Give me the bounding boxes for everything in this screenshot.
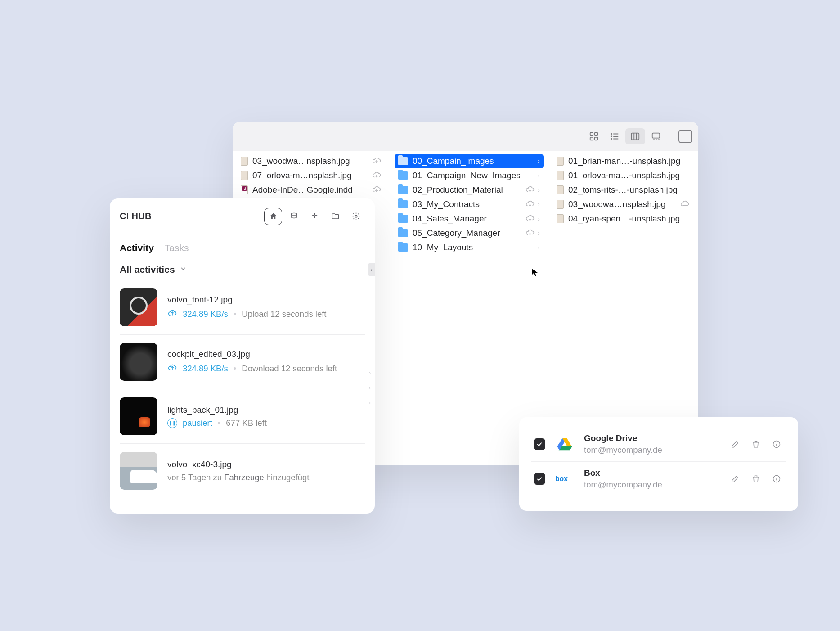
trash-icon[interactable] bbox=[749, 472, 763, 486]
file-thumb-icon bbox=[557, 200, 564, 209]
activity-filename: volvo_font-12.jpg bbox=[167, 295, 327, 305]
activity-list: volvo_font-12.jpg324.89 KB/s•Upload 12 s… bbox=[110, 278, 375, 498]
activity-item[interactable]: volvo_font-12.jpg324.89 KB/s•Upload 12 s… bbox=[120, 280, 365, 335]
view-mode-group bbox=[583, 127, 667, 145]
folder-icon-button[interactable] bbox=[326, 208, 344, 225]
view-gallery-icon[interactable] bbox=[646, 128, 666, 144]
chevron-right-icon[interactable]: › bbox=[369, 370, 371, 376]
folder-row[interactable]: 00_Campain_Images› bbox=[395, 154, 544, 168]
finder-toolbar bbox=[233, 122, 698, 151]
file-thumb-icon bbox=[241, 171, 248, 180]
info-icon[interactable] bbox=[769, 437, 784, 451]
connection-checkbox[interactable] bbox=[534, 473, 545, 485]
file-row[interactable]: 03_woodwa…nsplash.jpg bbox=[553, 197, 693, 212]
file-row[interactable]: 04_ryan-spen…-unsplash.jpg bbox=[553, 212, 693, 226]
folder-row[interactable]: 02_Production_Material› bbox=[395, 183, 544, 197]
folder-row[interactable]: 03_My_Contracts› bbox=[395, 197, 544, 212]
row-label: 01_brian-man…-unsplash.jpg bbox=[568, 156, 685, 166]
tab-tasks[interactable]: Tasks bbox=[165, 243, 189, 253]
svg-point-6 bbox=[611, 136, 612, 137]
tab-activity[interactable]: Activity bbox=[120, 243, 154, 253]
chevron-right-icon: › bbox=[538, 244, 540, 251]
edit-icon[interactable] bbox=[728, 472, 742, 486]
home-button[interactable] bbox=[264, 208, 282, 225]
file-row[interactable]: 03_woodwa…nsplash.jpg bbox=[237, 154, 385, 168]
mouse-cursor-icon bbox=[531, 268, 539, 277]
folder-icon bbox=[398, 200, 408, 208]
view-list-icon[interactable] bbox=[605, 128, 624, 144]
connections-card: Google Drivetom@mycompany.deboxBoxtom@my… bbox=[519, 417, 798, 511]
activity-item[interactable]: cockpit_edited_03.jpg324.89 KB/s•Downloa… bbox=[120, 335, 365, 389]
row-label: 03_woodwa…nsplash.jpg bbox=[568, 199, 675, 209]
row-label: 07_orlova-m…nsplash.jpg bbox=[252, 171, 367, 180]
service-email: tom@mycompany.de bbox=[584, 480, 718, 490]
svg-point-4 bbox=[611, 133, 612, 134]
chevron-right-icon: › bbox=[538, 201, 540, 208]
file-thumb-icon bbox=[557, 214, 564, 223]
cloud-download-icon bbox=[525, 198, 535, 211]
folder-row[interactable]: 10_My_Layouts› bbox=[395, 240, 544, 255]
row-label: Adobe-InDe…Google.indd bbox=[252, 185, 367, 195]
pause-icon[interactable]: ❚❚ bbox=[167, 418, 177, 428]
chevron-right-icon[interactable]: › bbox=[369, 399, 371, 406]
row-label: 05_Category_Manager bbox=[413, 228, 521, 238]
cihub-tabs: Activity Tasks bbox=[110, 234, 375, 260]
file-thumb-icon bbox=[557, 157, 564, 166]
row-label: 01_orlova-ma…-unsplash.jpg bbox=[568, 171, 685, 180]
file-row[interactable]: 02_toms-rits-…-unsplash.jpg bbox=[553, 183, 693, 197]
cloud-upload-icon bbox=[167, 362, 177, 374]
filter-label: All activities bbox=[120, 264, 175, 275]
info-icon[interactable] bbox=[769, 472, 784, 486]
file-thumb-icon bbox=[557, 185, 564, 194]
toolbar-square-button[interactable] bbox=[678, 130, 692, 143]
cihub-title: CI HUB bbox=[120, 211, 152, 221]
transfer-status: Download 12 seconds left bbox=[242, 364, 337, 374]
svg-rect-3 bbox=[595, 137, 597, 140]
folder-row[interactable]: 04_Sales_Manager› bbox=[395, 212, 544, 226]
gear-icon-button[interactable] bbox=[347, 208, 365, 225]
cloud-download-icon bbox=[372, 184, 382, 196]
transfer-rate: 324.89 KB/s bbox=[183, 364, 228, 374]
folder-row[interactable]: 05_Category_Manager› bbox=[395, 226, 544, 240]
edit-icon[interactable] bbox=[728, 437, 742, 451]
chevron-right-icon[interactable]: › bbox=[369, 384, 371, 391]
cloud-icon bbox=[680, 198, 690, 211]
chevron-right-icon: › bbox=[538, 230, 540, 237]
svg-point-17 bbox=[291, 213, 297, 215]
activity-ago: vor 5 Tagen zu Fahrzeuge hinzugefügt bbox=[167, 473, 309, 482]
chevron-down-icon bbox=[180, 265, 187, 274]
view-columns-icon[interactable] bbox=[625, 128, 645, 144]
svg-text:box: box bbox=[555, 475, 568, 482]
folder-icon bbox=[398, 243, 408, 252]
sparkle-icon[interactable] bbox=[305, 208, 323, 225]
file-row[interactable]: 07_orlova-m…nsplash.jpg bbox=[237, 168, 385, 183]
activity-item[interactable]: volvo_xc40-3.jpgvor 5 Tagen zu Fahrzeuge… bbox=[120, 444, 365, 498]
cloud-upload-icon bbox=[167, 308, 177, 320]
row-label: 03_My_Contracts bbox=[413, 199, 521, 209]
file-row[interactable]: 01_brian-man…-unsplash.jpg bbox=[553, 154, 693, 168]
activity-filename: cockpit_edited_03.jpg bbox=[167, 349, 337, 359]
folder-row[interactable]: 01_Campaign_New_Images› bbox=[395, 168, 544, 183]
cloud-download-icon bbox=[525, 213, 535, 225]
activity-filename: lights_back_01.jpg bbox=[167, 405, 267, 415]
service-email: tom@mycompany.de bbox=[584, 445, 718, 455]
trash-icon[interactable] bbox=[749, 437, 763, 451]
storage-icon[interactable] bbox=[285, 208, 303, 225]
transfer-status: Upload 12 seconds left bbox=[242, 309, 326, 319]
file-thumb-icon bbox=[241, 185, 248, 194]
folder-link[interactable]: Fahrzeuge bbox=[224, 473, 264, 482]
expand-handle[interactable]: › bbox=[368, 263, 375, 276]
activity-item[interactable]: lights_back_01.jpg❚❚pausiert•677 KB left bbox=[120, 389, 365, 444]
activity-filename: volvo_xc40-3.jpg bbox=[167, 460, 309, 469]
folder-icon bbox=[398, 171, 408, 180]
cloud-download-icon bbox=[372, 170, 382, 182]
svg-point-8 bbox=[611, 138, 612, 139]
file-row[interactable]: Adobe-InDe…Google.indd bbox=[237, 183, 385, 197]
activity-thumbnail bbox=[120, 288, 157, 326]
view-icon-grid[interactable] bbox=[584, 128, 604, 144]
activity-filter[interactable]: All activities bbox=[110, 260, 375, 278]
connection-checkbox[interactable] bbox=[534, 438, 545, 450]
svg-point-18 bbox=[355, 215, 357, 217]
chevron-right-icon: › bbox=[538, 186, 540, 194]
file-row[interactable]: 01_orlova-ma…-unsplash.jpg bbox=[553, 168, 693, 183]
